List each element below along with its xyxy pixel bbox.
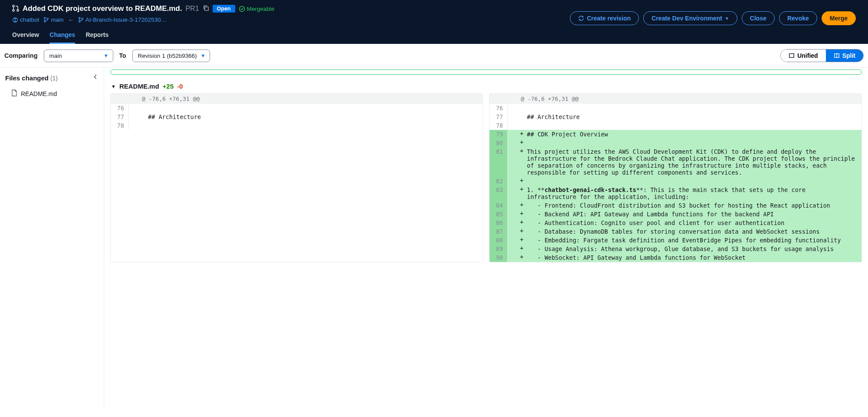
diff-line[interactable]: 79+## CDK Project Overview — [490, 130, 861, 139]
line-number: 76 — [490, 104, 508, 113]
revoke-button[interactable]: Revoke — [779, 11, 817, 25]
pull-request-icon — [12, 5, 19, 13]
tab-overview[interactable]: Overview — [12, 31, 39, 44]
code-content: 1. **chatbot-genai-cdk-stack.ts**: This … — [525, 185, 861, 201]
mergeable-indicator: Mergeable — [239, 6, 275, 12]
unified-view-button[interactable]: Unified — [781, 50, 825, 62]
repo-name: chatbot — [20, 17, 39, 23]
file-item[interactable]: README.md — [5, 87, 99, 100]
branch-icon — [78, 17, 84, 23]
diff-left-column: @ -76,6 +76,31 @@ 7677## Architecture78 — [110, 93, 483, 262]
view-toggle: Unified Split — [780, 49, 864, 62]
diff-line[interactable]: 78 — [490, 121, 861, 130]
repo-link[interactable]: chatbot — [12, 17, 39, 23]
code-content — [525, 121, 861, 130]
file-header[interactable]: ▼ README.md +25 -0 — [110, 83, 862, 90]
diff-line[interactable]: 90+ - WebSocket: API Gateway and Lambda … — [490, 253, 861, 262]
diff-marker: + — [518, 185, 525, 201]
diff-line[interactable]: 86+ - Authentication: Cognito user pool … — [490, 218, 861, 227]
title-row: Added CDK project overview to README.md.… — [12, 4, 274, 13]
gutter — [508, 130, 518, 139]
create-revision-label: Create revision — [587, 15, 631, 22]
split-icon — [834, 53, 840, 59]
diff-marker — [139, 113, 146, 121]
branch-icon — [43, 17, 49, 23]
line-number: 77 — [490, 113, 508, 121]
svg-rect-12 — [789, 54, 794, 58]
collapse-sidebar-icon[interactable] — [92, 74, 99, 82]
compare-to-value: Revision 1 (b52b9366) — [138, 53, 197, 59]
merge-button[interactable]: Merge — [822, 11, 856, 25]
code-content: - Backend API: API Gateway and Lambda fu… — [525, 210, 861, 218]
create-dev-env-label: Create Dev Environment — [651, 15, 722, 22]
gutter — [508, 210, 518, 218]
source-branch-name: AI-Branch-Issue-3-17202530… — [85, 17, 167, 23]
diff-line[interactable]: 77## Architecture — [111, 113, 483, 121]
refresh-icon — [578, 15, 584, 21]
code-content: ## Architecture — [525, 113, 861, 121]
line-number: 83 — [490, 185, 508, 201]
code-content: ## CDK Project Overview — [525, 130, 861, 139]
code-content: - Usage Analysis: Athena workgroup, Glue… — [525, 245, 861, 253]
code-content — [525, 104, 861, 113]
create-dev-env-button[interactable]: Create Dev Environment ▼ — [643, 11, 737, 25]
code-content: - Frontend: CloudFront distribution and … — [525, 201, 861, 210]
diff-line[interactable]: 84+ - Frontend: CloudFront distribution … — [490, 201, 861, 210]
additions-count: +25 — [163, 83, 174, 90]
create-revision-button[interactable]: Create revision — [570, 11, 639, 25]
code-content — [146, 121, 483, 130]
split-label: Split — [842, 52, 855, 59]
gutter — [508, 121, 518, 130]
diff-line[interactable]: 82+ — [490, 177, 861, 185]
compare-to-select[interactable]: Revision 1 (b52b9366) ▼ — [132, 50, 210, 62]
diff-marker: + — [518, 253, 525, 262]
diff-line[interactable]: 77## Architecture — [490, 113, 861, 121]
close-button[interactable]: Close — [742, 11, 775, 25]
diff-line[interactable]: 76 — [111, 104, 483, 113]
diff-marker: + — [518, 201, 525, 210]
svg-point-1 — [13, 10, 14, 11]
diff-line[interactable]: 81+This project utilizes the AWS Cloud D… — [490, 147, 861, 177]
diff-line[interactable]: 85+ - Backend API: API Gateway and Lambd… — [490, 210, 861, 218]
gutter — [508, 147, 518, 177]
diff-line[interactable]: 89+ - Usage Analysis: Athena workgroup, … — [490, 245, 861, 253]
line-number: 87 — [490, 227, 508, 236]
gutter — [508, 236, 518, 245]
line-number: 84 — [490, 201, 508, 210]
line-number: 81 — [490, 147, 508, 177]
diff-line[interactable]: 83+1. **chatbot-genai-cdk-stack.ts**: Th… — [490, 185, 861, 201]
gutter — [508, 245, 518, 253]
compare-from-select[interactable]: main ▼ — [44, 50, 113, 62]
svg-point-9 — [79, 17, 80, 19]
chevron-down-icon: ▼ — [725, 16, 729, 21]
diff-marker — [139, 121, 146, 130]
diff-marker: + — [518, 210, 525, 218]
code-content: This project utilizes the AWS Cloud Deve… — [525, 147, 861, 177]
gutter — [508, 177, 518, 185]
line-number: 78 — [490, 121, 508, 130]
diff-marker — [139, 104, 146, 113]
tab-reports[interactable]: Reports — [85, 31, 108, 44]
tabs: Overview Changes Reports — [12, 31, 856, 44]
copy-icon[interactable] — [203, 5, 209, 13]
diff-line[interactable]: 76 — [490, 104, 861, 113]
diff-marker: + — [518, 177, 525, 185]
line-number: 90 — [490, 253, 508, 262]
code-content — [146, 104, 483, 113]
diff-line[interactable]: 88+ - Embedding: Fargate task definition… — [490, 236, 861, 245]
tab-changes[interactable]: Changes — [49, 31, 75, 44]
diff-line[interactable]: 78 — [111, 121, 483, 130]
base-branch-link[interactable]: main — [43, 17, 63, 23]
split-view-button[interactable]: Split — [826, 50, 863, 62]
files-changed-title: Files changed — [5, 74, 49, 82]
diff-line[interactable]: 87+ - Database: DynamoDB tables for stor… — [490, 227, 861, 236]
diff-line[interactable]: 80+ — [490, 139, 861, 147]
source-branch-link[interactable]: AI-Branch-Issue-3-17202530… — [78, 17, 167, 23]
code-content: - Database: DynamoDB tables for storing … — [525, 227, 861, 236]
line-number: 82 — [490, 177, 508, 185]
repo-icon — [12, 17, 18, 23]
chevron-down-icon: ▼ — [104, 53, 108, 58]
arrow-left-icon: ← — [68, 17, 74, 23]
diff-right-column: @ -76,6 +76,31 @@ 7677## Architecture787… — [489, 93, 862, 262]
diff-marker: + — [518, 236, 525, 245]
